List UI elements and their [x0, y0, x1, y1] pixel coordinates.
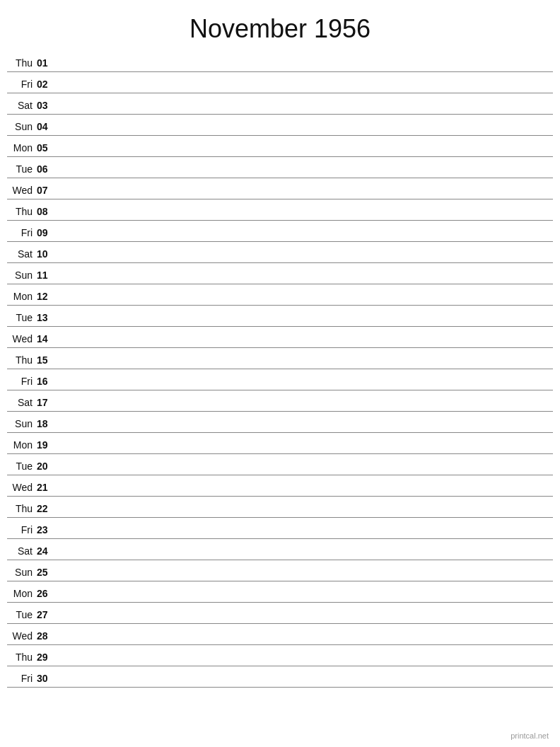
calendar-container: Thu01Fri02Sat03Sun04Mon05Tue06Wed07Thu08… — [0, 51, 560, 688]
day-row: Sat24 — [7, 539, 553, 560]
day-name: Thu — [7, 354, 35, 367]
day-number: 23 — [35, 524, 55, 537]
day-number: 09 — [35, 227, 55, 240]
day-row: Sat10 — [7, 242, 553, 263]
day-line — [55, 473, 553, 473]
day-line — [55, 303, 553, 303]
day-row: Sat03 — [7, 93, 553, 115]
day-line — [55, 664, 553, 664]
day-number: 19 — [35, 439, 55, 452]
day-line — [55, 260, 553, 261]
day-name: Tue — [7, 163, 35, 176]
day-name: Wed — [7, 333, 35, 346]
day-name: Thu — [7, 57, 35, 70]
day-row: Tue27 — [7, 603, 553, 624]
day-line — [55, 685, 553, 685]
day-number: 13 — [35, 312, 55, 325]
day-line — [55, 494, 553, 494]
day-name: Tue — [7, 312, 35, 325]
day-row: Thu01 — [7, 51, 553, 72]
day-number: 07 — [35, 185, 55, 197]
day-line — [55, 388, 553, 388]
day-line — [55, 154, 553, 155]
day-name: Mon — [7, 291, 35, 303]
day-line — [55, 409, 553, 410]
day-number: 26 — [35, 588, 55, 601]
day-number: 22 — [35, 503, 55, 516]
day-number: 15 — [35, 354, 55, 367]
day-line — [55, 536, 553, 537]
day-line — [55, 91, 553, 91]
day-name: Wed — [7, 482, 35, 494]
day-row: Sun11 — [7, 263, 553, 284]
day-line — [55, 366, 553, 367]
day-number: 24 — [35, 545, 55, 558]
day-number: 12 — [35, 291, 55, 303]
day-number: 28 — [35, 630, 55, 643]
day-row: Fri02 — [7, 72, 553, 93]
day-number: 16 — [35, 376, 55, 388]
day-line — [55, 112, 553, 112]
day-line — [55, 642, 553, 643]
day-number: 17 — [35, 397, 55, 410]
day-row: Sun25 — [7, 560, 553, 581]
day-line — [55, 579, 553, 579]
day-name: Thu — [7, 652, 35, 664]
day-name: Sun — [7, 418, 35, 431]
day-row: Thu29 — [7, 645, 553, 666]
day-line — [55, 239, 553, 240]
day-row: Wed14 — [7, 327, 553, 348]
day-name: Fri — [7, 79, 35, 91]
day-row: Wed28 — [7, 624, 553, 645]
day-number: 18 — [35, 418, 55, 431]
page-title: November 1956 — [0, 0, 560, 51]
day-line — [55, 600, 553, 601]
day-row: Wed07 — [7, 178, 553, 199]
day-number: 05 — [35, 142, 55, 155]
day-name: Sat — [7, 397, 35, 410]
day-name: Fri — [7, 376, 35, 388]
day-row: Sun04 — [7, 115, 553, 136]
day-line — [55, 451, 553, 452]
day-name: Tue — [7, 609, 35, 622]
day-name: Fri — [7, 227, 35, 240]
day-row: Fri16 — [7, 369, 553, 390]
day-name: Fri — [7, 524, 35, 537]
day-number: 30 — [35, 673, 55, 685]
day-row: Tue13 — [7, 306, 553, 327]
day-name: Mon — [7, 439, 35, 452]
day-name: Sun — [7, 121, 35, 134]
day-line — [55, 133, 553, 134]
day-line — [55, 621, 553, 622]
day-name: Mon — [7, 142, 35, 155]
day-line — [55, 345, 553, 346]
day-line — [55, 430, 553, 431]
day-number: 29 — [35, 652, 55, 664]
day-line — [55, 515, 553, 516]
day-row: Sat17 — [7, 390, 553, 412]
day-number: 08 — [35, 206, 55, 219]
day-row: Mon05 — [7, 136, 553, 157]
day-row: Thu08 — [7, 199, 553, 221]
day-row: Thu15 — [7, 348, 553, 369]
day-number: 27 — [35, 609, 55, 622]
day-row: Mon19 — [7, 433, 553, 454]
day-name: Sat — [7, 248, 35, 261]
day-name: Wed — [7, 630, 35, 643]
day-number: 03 — [35, 100, 55, 112]
day-line — [55, 282, 553, 282]
day-number: 02 — [35, 79, 55, 91]
day-row: Fri23 — [7, 518, 553, 539]
day-name: Sun — [7, 567, 35, 579]
day-number: 10 — [35, 248, 55, 261]
day-name: Thu — [7, 206, 35, 219]
day-number: 01 — [35, 57, 55, 70]
day-row: Wed21 — [7, 475, 553, 497]
day-row: Fri09 — [7, 221, 553, 242]
day-row: Thu22 — [7, 497, 553, 518]
day-number: 04 — [35, 121, 55, 134]
day-name: Sat — [7, 545, 35, 558]
day-line — [55, 69, 553, 70]
day-line — [55, 324, 553, 325]
day-line — [55, 197, 553, 197]
